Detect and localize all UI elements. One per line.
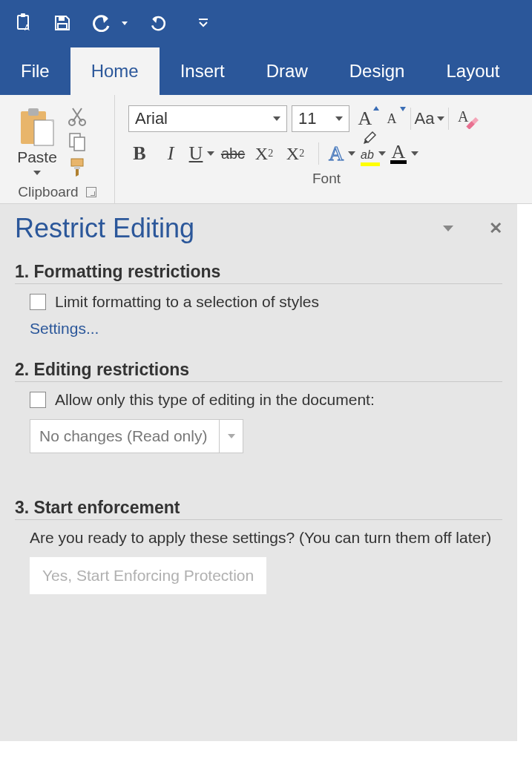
svg-rect-14 — [74, 166, 80, 169]
chevron-down-icon — [220, 419, 243, 453]
clipboard-group-label: Clipboard — [18, 184, 78, 200]
clipboard-group: Paste Clipboard — [0, 95, 115, 203]
tab-draw[interactable]: Draw — [246, 47, 329, 95]
svg-text:A: A — [24, 24, 30, 32]
superscript-button[interactable]: X2 — [284, 142, 306, 165]
format-painter-icon[interactable] — [68, 157, 89, 178]
paste-button[interactable]: Paste — [7, 101, 67, 178]
start-enforcement-section: 3. Start enforcement Are you ready to ap… — [15, 498, 502, 594]
chevron-down-icon — [33, 171, 41, 175]
svg-rect-13 — [71, 159, 83, 166]
copy-icon[interactable] — [68, 132, 89, 151]
editing-restrictions-section: 2. Editing restrictions Allow only this … — [15, 360, 502, 453]
section-heading: 3. Start enforcement — [15, 498, 502, 520]
ribbon: Paste Clipboard Arial — [0, 95, 532, 204]
close-icon[interactable]: ✕ — [489, 219, 502, 238]
chevron-down-icon — [335, 116, 343, 121]
highlight-button[interactable]: ab — [362, 142, 384, 165]
svg-rect-8 — [34, 120, 53, 145]
start-enforcing-button[interactable]: Yes, Start Enforcing Protection — [30, 557, 266, 594]
tab-insert[interactable]: Insert — [160, 47, 246, 95]
font-size-combo[interactable]: 11 — [292, 105, 349, 132]
pane-options-icon[interactable] — [443, 226, 453, 231]
document-area[interactable] — [517, 204, 532, 741]
editing-type-value: No changes (Read only) — [30, 419, 220, 453]
section-heading: 1. Formatting restrictions — [15, 262, 502, 284]
strikethrough-button[interactable]: abc — [222, 142, 244, 165]
svg-rect-4 — [58, 24, 67, 29]
svg-rect-3 — [59, 16, 65, 21]
tab-file[interactable]: File — [0, 47, 70, 95]
section-heading: 2. Editing restrictions — [15, 360, 502, 382]
chevron-down-icon — [378, 151, 386, 156]
editing-type-dropdown[interactable]: No changes (Read only) — [30, 419, 243, 453]
allow-editing-checkbox[interactable] — [30, 392, 46, 408]
chevron-down-icon — [437, 116, 444, 121]
chevron-down-icon — [348, 151, 355, 156]
ribbon-tabs: File Home Insert Draw Design Layout — [0, 46, 532, 95]
cut-icon[interactable] — [68, 107, 89, 126]
italic-button[interactable]: I — [160, 142, 182, 165]
limit-formatting-label: Limit formatting to a selection of style… — [55, 293, 319, 311]
svg-text:A: A — [458, 108, 469, 125]
font-size-value: 11 — [298, 109, 316, 128]
svg-point-9 — [69, 119, 75, 125]
grow-font-icon[interactable]: A — [354, 108, 376, 130]
chevron-down-icon — [207, 151, 214, 156]
chevron-down-icon — [273, 116, 280, 121]
font-name-value: Arial — [135, 109, 168, 128]
underline-button[interactable]: U — [191, 142, 213, 165]
paste-qat-icon[interactable]: A — [15, 14, 33, 32]
save-icon[interactable] — [53, 14, 71, 32]
undo-split-button[interactable] — [92, 14, 128, 32]
limit-formatting-checkbox[interactable] — [30, 294, 46, 310]
settings-link[interactable]: Settings... — [15, 320, 502, 338]
restrict-editing-pane: Restrict Editing ✕ 1. Formatting restric… — [0, 204, 517, 741]
font-color-button[interactable]: A — [393, 142, 416, 165]
bold-button[interactable]: B — [128, 142, 151, 165]
tab-home[interactable]: Home — [70, 47, 160, 95]
svg-rect-1 — [21, 13, 25, 17]
font-name-combo[interactable]: Arial — [128, 105, 287, 132]
tab-layout[interactable]: Layout — [425, 47, 520, 95]
chevron-down-icon — [122, 22, 128, 25]
font-group-label: Font — [128, 165, 525, 187]
customize-qat-icon[interactable] — [194, 14, 212, 32]
change-case-button[interactable]: Aa — [418, 108, 441, 130]
formatting-restrictions-section: 1. Formatting restrictions Limit formatt… — [15, 262, 502, 338]
clipboard-launcher-icon[interactable] — [86, 187, 96, 197]
chevron-down-icon — [411, 151, 418, 156]
enforcement-body-text: Are you ready to apply these settings? (… — [15, 529, 502, 547]
svg-point-10 — [79, 119, 85, 125]
paste-label: Paste — [17, 148, 57, 166]
shrink-font-icon[interactable]: A — [381, 108, 403, 130]
tab-design[interactable]: Design — [329, 47, 426, 95]
font-group: Arial 11 A A Aa A B I U — [115, 95, 532, 203]
allow-editing-label: Allow only this type of editing in the d… — [55, 391, 375, 409]
svg-rect-7 — [28, 108, 39, 116]
paste-icon — [18, 107, 56, 147]
pane-title: Restrict Editing — [15, 213, 194, 244]
subscript-button[interactable]: X2 — [253, 142, 275, 165]
text-effects-button[interactable]: A — [331, 142, 353, 165]
svg-rect-12 — [74, 137, 85, 151]
clear-formatting-icon[interactable]: A — [456, 108, 479, 130]
quick-access-toolbar: A — [0, 0, 532, 46]
redo-icon[interactable] — [148, 14, 166, 32]
